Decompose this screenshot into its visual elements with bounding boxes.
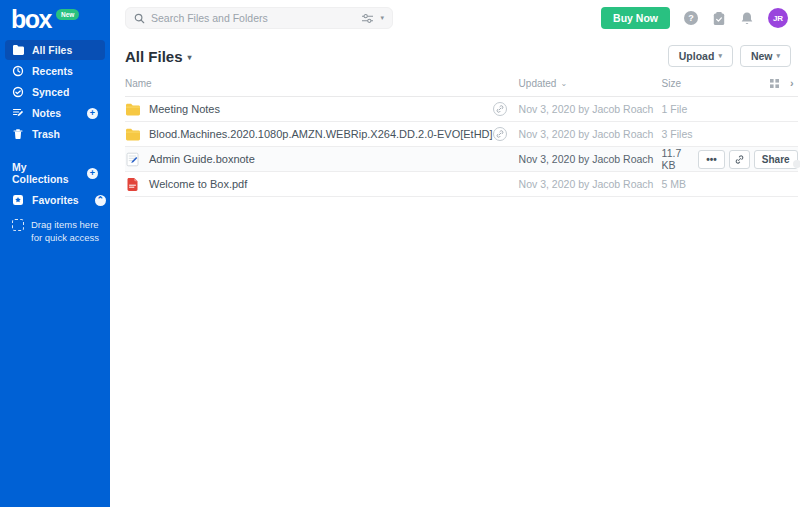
page-title[interactable]: All Files ▾ xyxy=(125,48,192,65)
sidebar-item-all-files[interactable]: All Files xyxy=(5,40,105,60)
topbar-right: Buy Now ? JR xyxy=(601,7,788,29)
grid-view-icon[interactable] xyxy=(770,79,779,88)
folder-icon xyxy=(125,102,140,117)
file-name: Blood.Machines.2020.1080p.AMZN.WEBRip.X2… xyxy=(149,128,493,140)
logo-row: box New xyxy=(0,0,110,37)
file-name-cell[interactable]: Welcome to Box.pdf xyxy=(125,177,493,192)
search-bar[interactable]: ▾ xyxy=(125,7,393,29)
shared-link-icon[interactable] xyxy=(493,102,507,116)
file-list: Name Updated ⌄ Size › Meeting Notes xyxy=(110,74,798,507)
sidebar-item-label: Notes xyxy=(32,107,61,119)
boxnote-icon xyxy=(125,152,140,167)
shared-link-icon[interactable] xyxy=(493,127,507,141)
copy-link-button[interactable] xyxy=(729,150,750,169)
table-row[interactable]: Admin Guide.boxnote Nov 3, 2020 by Jacob… xyxy=(125,147,798,172)
column-size[interactable]: Size xyxy=(662,78,732,89)
new-badge: New xyxy=(56,9,79,20)
sidebar-sections: My Collections + Favorites ⌃ Drag items … xyxy=(0,157,110,244)
drag-target-icon xyxy=(12,219,24,231)
header-actions: Upload ▾ New ▾ xyxy=(668,45,791,67)
search-icon xyxy=(134,13,145,24)
avatar[interactable]: JR xyxy=(768,8,788,28)
add-collection-button[interactable]: + xyxy=(87,168,98,179)
sidebar: box New All Files Recents Synced Notes +… xyxy=(0,0,110,507)
section-label: My Collections xyxy=(12,161,71,185)
help-icon[interactable]: ? xyxy=(684,11,698,25)
table-header: Name Updated ⌄ Size › xyxy=(125,74,798,97)
sidebar-item-label: Synced xyxy=(32,86,69,98)
add-note-button[interactable]: + xyxy=(87,108,98,119)
file-name: Meeting Notes xyxy=(149,103,220,115)
file-name-cell[interactable]: Admin Guide.boxnote xyxy=(125,152,493,167)
sidebar-item-favorites[interactable]: Favorites ⌃ xyxy=(5,190,105,210)
upload-button-label: Upload xyxy=(679,50,715,62)
decorative-dot xyxy=(793,160,800,168)
search-filter-caret-icon[interactable]: ▾ xyxy=(380,14,384,22)
link-icon xyxy=(735,155,744,164)
table-row[interactable]: Blood.Machines.2020.1080p.AMZN.WEBRip.X2… xyxy=(125,122,798,147)
shared-link-cell xyxy=(493,127,519,141)
trash-icon xyxy=(12,128,24,140)
column-updated[interactable]: Updated ⌄ xyxy=(519,78,662,89)
file-size: 11.7 KB xyxy=(662,147,694,171)
table-row[interactable]: Welcome to Box.pdf Nov 3, 2020 by Jacob … xyxy=(125,172,798,197)
search-input[interactable] xyxy=(151,12,355,24)
drag-hint-label: Drag items here for quick access xyxy=(31,218,100,244)
sidebar-item-synced[interactable]: Synced xyxy=(5,82,105,102)
new-button[interactable]: New ▾ xyxy=(740,45,791,67)
sidebar-item-label: Trash xyxy=(32,128,60,140)
row-actions: ••• Share xyxy=(698,150,797,169)
more-options-button[interactable]: ••• xyxy=(698,150,725,169)
shared-link-cell xyxy=(493,102,519,116)
column-name[interactable]: Name xyxy=(125,78,493,89)
size-cell: 1 File xyxy=(662,103,798,115)
sidebar-item-notes[interactable]: Notes + xyxy=(5,103,105,123)
header-tools: › xyxy=(732,79,798,88)
size-cell: 11.7 KB ••• Share xyxy=(662,147,798,171)
tasks-clipboard-icon[interactable] xyxy=(712,11,726,26)
page-title-label: All Files xyxy=(125,48,183,65)
main-area: ▾ Buy Now ? JR All Files ▾ Upload ▾ New … xyxy=(110,0,800,507)
clock-icon xyxy=(12,65,24,77)
folder-icon xyxy=(125,127,140,142)
sidebar-item-label: Recents xyxy=(32,65,73,77)
sidebar-nav: All Files Recents Synced Notes + Trash M… xyxy=(0,40,110,244)
updated-cell: Nov 3, 2020 by Jacob Roach xyxy=(519,178,662,190)
sync-check-icon xyxy=(12,86,24,98)
sort-descending-icon: ⌄ xyxy=(560,79,567,88)
file-name: Admin Guide.boxnote xyxy=(149,153,255,165)
upload-button[interactable]: Upload ▾ xyxy=(668,45,733,67)
buy-now-button[interactable]: Buy Now xyxy=(601,7,670,29)
file-name-cell[interactable]: Meeting Notes xyxy=(125,102,493,117)
sidebar-item-recents[interactable]: Recents xyxy=(5,61,105,81)
collapse-favorites-button[interactable]: ⌃ xyxy=(95,195,106,206)
file-name: Welcome to Box.pdf xyxy=(149,178,247,190)
updated-cell: Nov 3, 2020 by Jacob Roach xyxy=(519,153,662,165)
content-body: Name Updated ⌄ Size › Meeting Notes xyxy=(110,74,800,507)
size-cell: 3 Files xyxy=(662,128,798,140)
title-caret-icon[interactable]: ▾ xyxy=(188,53,192,62)
updated-cell: Nov 3, 2020 by Jacob Roach xyxy=(519,103,662,115)
filter-sliders-icon[interactable] xyxy=(361,13,374,24)
notifications-bell-icon[interactable] xyxy=(740,11,754,26)
sidebar-item-my-collections[interactable]: My Collections + xyxy=(5,157,105,189)
content-header: All Files ▾ Upload ▾ New ▾ xyxy=(110,36,800,74)
box-logo[interactable]: box xyxy=(11,7,51,31)
sidebar-item-trash[interactable]: Trash xyxy=(5,124,105,144)
share-button[interactable]: Share xyxy=(754,150,798,169)
sidebar-item-label: All Files xyxy=(32,44,72,56)
chevron-down-icon: ▾ xyxy=(776,52,780,60)
favorites-icon xyxy=(12,194,24,206)
notes-icon xyxy=(12,107,24,119)
topbar: ▾ Buy Now ? JR xyxy=(110,0,800,36)
column-updated-label: Updated xyxy=(519,78,557,89)
file-name-cell[interactable]: Blood.Machines.2020.1080p.AMZN.WEBRip.X2… xyxy=(125,127,493,142)
table-row[interactable]: Meeting Notes Nov 3, 2020 by Jacob Roach… xyxy=(125,97,798,122)
chevron-down-icon: ▾ xyxy=(718,52,722,60)
chevron-right-icon[interactable]: › xyxy=(790,79,794,88)
drag-drop-hint: Drag items here for quick access xyxy=(12,218,100,244)
size-cell: 5 MB xyxy=(662,178,798,190)
section-label: Favorites xyxy=(32,194,79,206)
pdf-file-icon xyxy=(125,177,140,192)
folder-icon xyxy=(12,44,24,56)
